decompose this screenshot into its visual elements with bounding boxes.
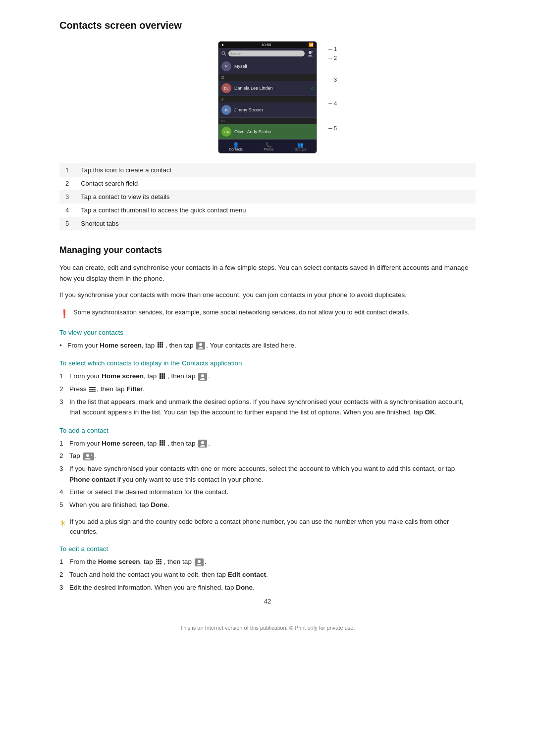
page-title: Contacts screen overview [59,20,476,31]
section2-heading: Managing your contacts [59,245,476,255]
list-item: Tap +. [59,451,476,461]
daniela-avatar: DL [221,83,231,93]
numbered-list: From your Home screen, tap , then tap .P… [59,371,476,417]
callout-1: ─ 1 [328,46,337,52]
add-contact-icon: + [307,50,314,57]
table-row: 5Shortcut tabs [59,217,476,230]
callout-3: ─ 3 [328,77,337,83]
list-item: From your Home screen, tap , then tap . [59,438,476,449]
grid-icon [158,342,164,349]
callout-2: ─ 2 [328,55,337,61]
list-item: From your Home screen, tap , then tap . … [59,340,476,351]
sub-heading-2: To add a contact [59,427,476,434]
footer-text: This is an Internet version of this publ… [59,625,476,631]
svg-point-6 [201,441,204,444]
list-item: Enter or select the desired information … [59,487,476,498]
callout-4: ─ 4 [328,101,337,106]
page-number: 42 [59,598,476,605]
person-icon [198,440,207,448]
svg-text:+: + [312,50,314,53]
tab-contacts: 👤 Contacts [229,142,243,151]
person-icon [198,373,207,381]
svg-line-1 [225,54,226,56]
letter-d: D [218,74,317,81]
search-icon [221,51,226,56]
list-item: Touch and hold the contact you want to e… [59,569,476,580]
warning-text: Some synchronisation services, for examp… [73,307,410,320]
oliver-avatar: OA [221,127,231,137]
svg-point-4 [199,343,202,346]
grid-icon [160,373,166,380]
tab-phone: 📞 Phone [264,142,273,151]
callout-table: 1Tap this icon to create a contact2Conta… [59,163,476,230]
grid-icon [156,559,163,566]
letter-o: O [218,118,317,124]
list-item: When you are finished, tap Done. [59,500,476,510]
grid-icon [160,440,166,447]
person-icon [196,342,205,350]
jimmy-row: JS Jimmy Stroom [218,102,317,118]
phone-time: 10:55 [261,43,271,47]
table-row: 2Contact search field [59,177,476,190]
list-item: In the list that appears, mark and unmar… [59,397,476,418]
table-row: 3Tap a contact to view its details [59,190,476,203]
para-1: You can create, edit and synchronise you… [59,262,476,284]
add-person-icon: + [83,453,94,460]
jimmy-avatar: JS [221,105,231,115]
svg-text:+: + [91,454,93,456]
person-icon [195,558,204,566]
list-item: Press , then tap Filter. [59,384,476,395]
table-row: 1Tap this icon to create a contact [59,163,476,177]
numbered-list: From the Home screen, tap , then tap .To… [59,556,476,593]
phone-mockup: ● 10:55 📶 Search + M Myself D DL Daniela… [218,41,317,153]
warning-box: ❗ Some synchronisation services, for exa… [59,307,476,320]
numbered-list: From your Home screen, tap , then tap .T… [59,438,476,510]
sub-heading-0: To view your contacts [59,329,476,336]
sub-heading-1: To select which contacts to display in t… [59,359,476,367]
svg-point-0 [222,51,225,54]
menu-icon [89,387,96,392]
tab-groups: 👥 Groups [295,142,306,151]
phone-tab-bar: 👤 Contacts 📞 Phone 👥 Groups [218,140,317,153]
list-item: From the Home screen, tap , then tap . [59,556,476,567]
myself-avatar: M [221,61,231,71]
oliver-row: OA Oliver Andy Szabo [218,124,317,140]
myself-label: Myself [234,64,247,69]
myself-row: M Myself [218,59,317,74]
letter-j: J [218,96,317,102]
table-row: 4Tap a contact thumbnail to access the q… [59,203,476,217]
svg-point-9 [198,560,201,563]
phone-search-bar: Search + [218,48,317,59]
list-item: Edit the desired information. When you a… [59,582,476,593]
sub-heading-3: To edit a contact [59,545,476,553]
daniela-row: DL Daniela Lee Linden C [218,81,317,96]
search-field: Search [228,50,305,56]
inline-tip-box: ✳If you add a plus sign and the country … [59,517,476,536]
bullet-list: From your Home screen, tap , then tap . … [59,340,476,351]
para-2: If you synchronise your contacts with mo… [59,290,476,301]
list-item: From your Home screen, tap , then tap . [59,371,476,382]
phone-status-bar: ● 10:55 📶 [218,42,317,48]
callout-5: ─ 5 [328,125,337,131]
warning-icon: ❗ [59,308,69,320]
svg-point-5 [201,374,204,377]
tip-icon-inline: ✳ [59,517,66,536]
svg-point-7 [86,454,89,457]
list-item: If you have synchronised your contacts w… [59,463,476,485]
inline-tip-text: If you add a plus sign and the country c… [70,517,476,536]
phone-mockup-area: ● 10:55 📶 Search + M Myself D DL Daniela… [59,41,476,153]
sub-sections: To view your contactsFrom your Home scre… [59,329,476,593]
